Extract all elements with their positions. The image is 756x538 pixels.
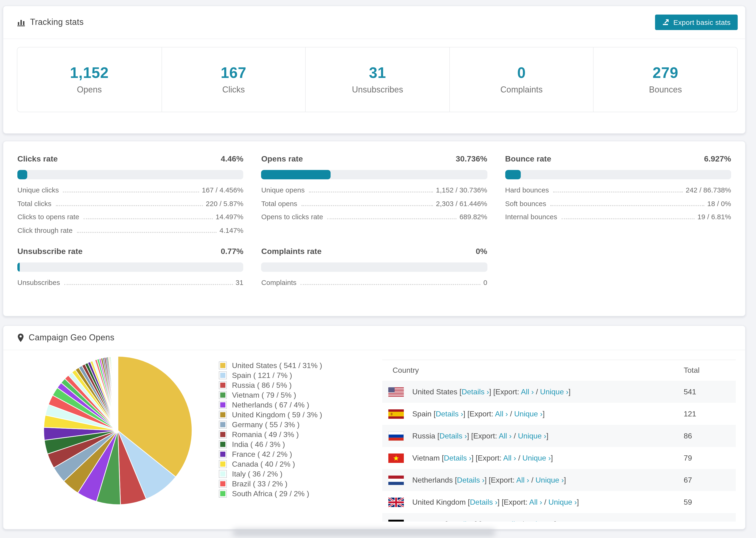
geo-opens-pie-chart — [40, 353, 195, 508]
rate-value: 6.927% — [704, 154, 731, 164]
tracking-stats-header: Tracking stats Export basic stats — [3, 6, 745, 39]
punctuation: ] — [577, 498, 579, 506]
dotted-leader — [561, 218, 694, 219]
punctuation: / — [519, 520, 526, 521]
legend-swatch — [219, 490, 227, 498]
details-link[interactable]: Details › — [461, 388, 489, 396]
rate-title: Clicks rate — [17, 154, 58, 164]
punctuation: [Export: — [479, 520, 507, 521]
flag-nl-icon — [388, 475, 404, 485]
flag-gb-icon — [388, 497, 404, 507]
export-all-link[interactable]: All › — [529, 498, 542, 506]
punctuation: [Export: — [489, 476, 516, 484]
stat-value: 242 / 86.738% — [686, 186, 731, 194]
summary-cell-bounces: 279Bounces — [593, 47, 737, 112]
legend-swatch — [219, 381, 227, 389]
progress-bar — [505, 170, 731, 179]
rates-grid: Clicks rate4.46%Unique clicks167 / 4.456… — [3, 141, 745, 292]
legend-label: South Africa ( 29 / 2% ) — [232, 489, 309, 498]
export-unique-link[interactable]: Unique › — [536, 476, 564, 484]
flag-de-icon — [388, 519, 404, 521]
export-all-link[interactable]: All › — [503, 454, 516, 462]
legend-item: France ( 42 / 2% ) — [219, 449, 322, 459]
details-link[interactable]: Details › — [470, 498, 497, 506]
bar-chart-icon — [17, 18, 26, 26]
summary-value: 279 — [653, 64, 678, 82]
export-all-link[interactable]: All › — [516, 476, 529, 484]
legend-item: United States ( 541 / 31% ) — [219, 360, 322, 370]
country-cell: Spain [Details ›] [Export: All › / Uniqu… — [382, 409, 684, 418]
legend-item: United Kingdom ( 59 / 3% ) — [219, 410, 322, 420]
stat-row: Clicks to opens rate14.497% — [17, 213, 243, 226]
geo-opens-table: Country Total United States [Details ›] … — [382, 360, 736, 521]
total-cell: 86 — [684, 432, 736, 440]
legend-swatch — [219, 391, 227, 399]
punctuation: ] — [463, 409, 467, 418]
summary-cell-opens: 1,152Opens — [17, 47, 161, 112]
stat-label: Clicks to opens rate — [17, 213, 79, 221]
export-all-link[interactable]: All › — [521, 388, 534, 396]
export-unique-link[interactable]: Unique › — [549, 498, 577, 506]
rate-header: Complaints rate0% — [261, 247, 487, 256]
punctuation: ] — [568, 388, 570, 396]
stat-rows: Hard bounces242 / 86.738%Soft bounces18 … — [505, 186, 731, 226]
legend-label: France ( 42 / 2% ) — [232, 450, 292, 458]
legend-item: Netherlands ( 67 / 4% ) — [219, 400, 322, 410]
export-all-link[interactable]: All › — [499, 432, 512, 440]
legend-item: Germany ( 55 / 3% ) — [219, 420, 322, 430]
stat-row: Click through rate4.147% — [17, 226, 243, 240]
progress-bar — [17, 262, 243, 272]
geo-table-header: Country Total — [382, 360, 736, 381]
export-unique-link[interactable]: Unique › — [522, 454, 551, 462]
dotted-leader — [64, 284, 233, 285]
stat-row: Unsubscribes31 — [17, 278, 243, 292]
dotted-leader — [553, 191, 683, 192]
export-unique-link[interactable]: Unique › — [514, 409, 543, 418]
details-link[interactable]: Details › — [457, 476, 484, 484]
punctuation: ] — [498, 498, 502, 506]
summary-label: Clicks — [222, 85, 245, 95]
export-all-link[interactable]: All › — [507, 520, 519, 521]
details-link[interactable]: Details › — [444, 454, 471, 462]
progress-bar — [261, 170, 487, 179]
rates-card: Clicks rate4.46%Unique clicks167 / 4.456… — [3, 141, 746, 316]
summary-label: Opens — [77, 85, 102, 95]
punctuation: [Export: — [493, 388, 521, 396]
export-all-link[interactable]: All › — [495, 409, 508, 418]
export-unique-link[interactable]: Unique › — [526, 520, 554, 521]
export-icon — [662, 19, 669, 26]
details-link[interactable]: Details › — [440, 432, 467, 440]
punctuation: ] — [471, 454, 476, 462]
summary-label: Unsubscribes — [352, 85, 403, 95]
map-pin-icon — [17, 333, 24, 342]
legend-label: Canada ( 40 / 2% ) — [232, 460, 295, 468]
punctuation: [Export: — [471, 432, 499, 440]
country-text: United Kingdom [Details ›] [Export: All … — [412, 498, 579, 506]
geo-opens-card: Campaign Geo Opens United States ( 541 /… — [3, 325, 746, 529]
punctuation: ] — [475, 520, 479, 521]
details-link[interactable]: Details › — [447, 520, 475, 521]
stat-label: Opens to clicks rate — [261, 213, 323, 221]
details-link[interactable]: Details › — [436, 409, 463, 418]
stat-label: Unsubscribes — [17, 278, 60, 286]
legend-swatch — [219, 460, 227, 468]
legend-swatch — [219, 430, 227, 439]
horizontal-scrollbar-thumb[interactable] — [233, 529, 495, 536]
dotted-leader — [301, 205, 433, 206]
rate-title: Complaints rate — [261, 247, 322, 256]
summary-stats-row: 1,152Opens167Clicks31Unsubscribes0Compla… — [17, 47, 738, 112]
summary-value: 1,152 — [70, 64, 109, 82]
dotted-leader — [327, 218, 457, 219]
punctuation: [ — [440, 454, 444, 462]
progress-bar-fill — [17, 262, 20, 272]
export-unique-link[interactable]: Unique › — [540, 388, 568, 396]
stat-label: Internal bounces — [505, 213, 557, 221]
page-title: Tracking stats — [30, 17, 83, 27]
legend-swatch — [219, 440, 227, 448]
stat-label: Total opens — [261, 199, 297, 207]
stat-value: 14.497% — [216, 213, 243, 221]
progress-bar — [261, 262, 487, 272]
export-basic-stats-button[interactable]: Export basic stats — [655, 15, 738, 30]
export-unique-link[interactable]: Unique › — [518, 432, 546, 440]
dotted-leader — [56, 205, 203, 206]
